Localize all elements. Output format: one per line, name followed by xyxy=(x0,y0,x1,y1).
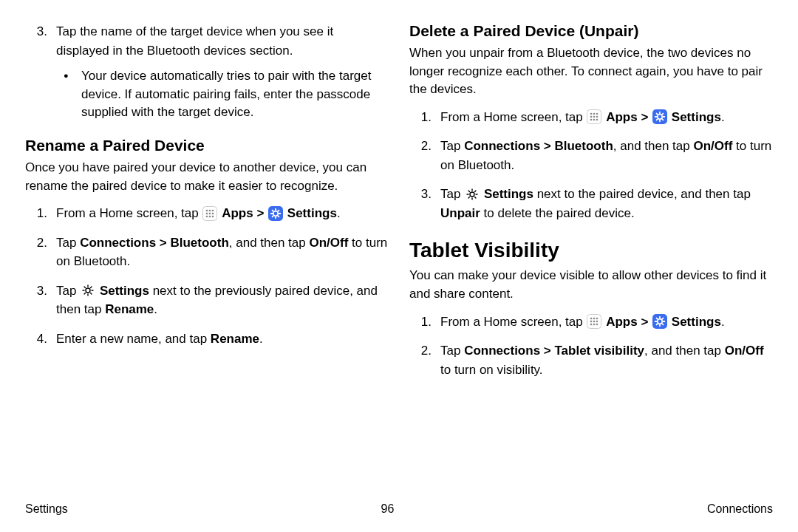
step-number: 3. xyxy=(25,22,47,41)
bold: Connections > Tablet visibility xyxy=(464,344,644,358)
step-number: 2. xyxy=(25,233,47,253)
text: to delete the paired device. xyxy=(480,206,635,220)
list-item: 2. Tap Connections > Bluetooth, and then… xyxy=(25,233,389,271)
text: , and then tap xyxy=(644,344,725,358)
text: Enter a new name, and tap xyxy=(56,332,211,346)
list-item: 1. From a Home screen, tap Apps > Settin… xyxy=(409,108,773,127)
sep: > xyxy=(638,110,652,124)
text: Tap xyxy=(56,236,80,250)
page-columns: 3. Tap the name of the target device whe… xyxy=(25,22,773,389)
text: to turn on visibility. xyxy=(440,363,543,377)
bold: Settings xyxy=(484,187,533,201)
step-number: 3. xyxy=(409,185,432,204)
page-number: 96 xyxy=(381,502,395,516)
step-number: 4. xyxy=(25,330,47,349)
text: next to the paired device, and then tap xyxy=(533,187,751,201)
settings-icon xyxy=(652,109,667,124)
heading-visibility: Tablet Visibility xyxy=(409,239,773,262)
text: From a Home screen, tap xyxy=(440,110,586,124)
left-column: 3. Tap the name of the target device whe… xyxy=(25,22,389,389)
gear-icon xyxy=(465,187,480,202)
step-number: 2. xyxy=(409,137,432,156)
text: Tap xyxy=(440,187,464,201)
list-item: 3. Tap Settings next to the previously p… xyxy=(25,282,389,319)
intro-visibility: You can make your device visible to allo… xyxy=(409,267,773,303)
footer-right: Connections xyxy=(707,502,773,516)
step-number: 2. xyxy=(409,341,432,361)
step-number: 1. xyxy=(409,108,432,127)
list-item: 4. Enter a new name, and tap Rename. xyxy=(25,330,389,349)
list-item: 1. From a Home screen, tap Apps > Settin… xyxy=(25,204,389,223)
apps-icon xyxy=(587,314,601,329)
step-number: 3. xyxy=(25,282,47,301)
list-item: 3. Tap Settings next to the paired devic… xyxy=(409,185,773,222)
text: , and then tap xyxy=(229,236,310,250)
apps-label: Apps xyxy=(606,110,638,124)
sep: > xyxy=(638,315,652,329)
sep: > xyxy=(253,206,267,220)
heading-unpair: Delete a Paired Device (Unpair) xyxy=(409,22,773,40)
text: , and then tap xyxy=(613,139,694,153)
text: Tap xyxy=(56,284,80,298)
visibility-steps: 1. From a Home screen, tap Apps > Settin… xyxy=(409,313,773,380)
page-footer: Settings 96 Connections xyxy=(25,502,773,516)
text: . xyxy=(721,110,725,124)
bold: Settings xyxy=(100,284,149,298)
bold: Unpair xyxy=(440,206,480,220)
intro-rename: Once you have paired your device to anot… xyxy=(25,159,389,195)
step-number: 1. xyxy=(25,204,47,223)
text: . xyxy=(154,302,157,316)
footer-left: Settings xyxy=(25,502,68,516)
bold: Rename xyxy=(105,302,154,316)
bold: On/Off xyxy=(309,236,348,250)
bold: Connections > Bluetooth xyxy=(80,236,229,250)
list-item: 2. Tap Connections > Bluetooth, and then… xyxy=(409,137,773,174)
settings-label: Settings xyxy=(672,315,721,329)
step-text: Tap the name of the target device when y… xyxy=(56,24,333,58)
list-item: 1. From a Home screen, tap Apps > Settin… xyxy=(409,313,773,332)
apps-label: Apps xyxy=(222,206,253,220)
settings-icon xyxy=(268,206,283,221)
sub-bullets: Your device automatically tries to pair … xyxy=(56,67,389,122)
bold: On/Off xyxy=(693,139,732,153)
unpair-steps: 1. From a Home screen, tap Apps > Settin… xyxy=(409,108,773,223)
bold: Rename xyxy=(211,332,259,346)
right-column: Delete a Paired Device (Unpair) When you… xyxy=(409,22,773,389)
text: From a Home screen, tap xyxy=(440,315,586,329)
apps-label: Apps xyxy=(606,315,638,329)
list-item: 3. Tap the name of the target device whe… xyxy=(25,22,389,122)
text: Tap xyxy=(440,139,464,153)
bullet-item: Your device automatically tries to pair … xyxy=(56,67,389,122)
text: . xyxy=(721,315,725,329)
continued-steps: 3. Tap the name of the target device whe… xyxy=(25,22,389,122)
heading-rename: Rename a Paired Device xyxy=(25,137,389,154)
text: From a Home screen, tap xyxy=(56,206,202,220)
settings-icon xyxy=(652,314,667,329)
bold: Connections > Bluetooth xyxy=(464,139,613,153)
settings-label: Settings xyxy=(672,110,721,124)
rename-steps: 1. From a Home screen, tap Apps > Settin… xyxy=(25,204,389,348)
text: Tap xyxy=(440,344,464,358)
text: . xyxy=(337,206,341,220)
gear-icon xyxy=(81,283,95,298)
step-number: 1. xyxy=(409,313,432,332)
intro-unpair: When you unpair from a Bluetooth device,… xyxy=(409,44,773,99)
apps-icon xyxy=(202,206,217,221)
bold: On/Off xyxy=(725,344,764,358)
settings-label: Settings xyxy=(287,206,337,220)
apps-icon xyxy=(587,109,601,124)
list-item: 2. Tap Connections > Tablet visibility, … xyxy=(409,341,773,379)
text: . xyxy=(259,332,263,346)
